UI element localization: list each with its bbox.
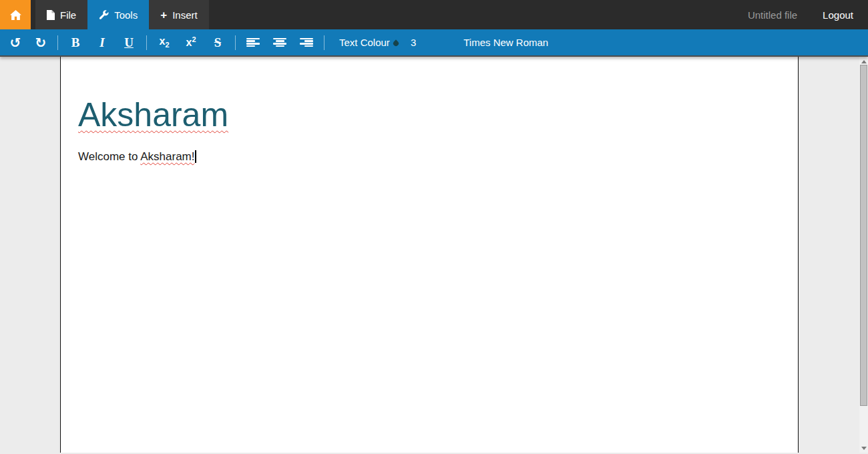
toolbar-divider [235,35,236,50]
scroll-up-icon [861,60,867,63]
text-cursor [195,150,196,163]
tab-insert[interactable]: + Insert [149,0,208,29]
undo-icon[interactable]: ↺ [3,29,28,55]
logout-button[interactable]: Logout [823,9,853,21]
formatting-toolbar: ↺ ↻ B I U x2 x2 S Text Colour 3 Times Ne… [0,29,868,57]
document-body-line[interactable]: Welcome to Aksharam! [78,150,778,164]
align-left-button[interactable] [240,29,266,55]
bold-button[interactable]: B [62,29,89,55]
align-right-icon [300,38,313,47]
colour-droplet-icon [392,39,399,47]
toolbar-divider [324,35,324,50]
home-button[interactable] [0,0,31,29]
align-left-icon [246,38,260,47]
plus-icon: + [160,9,167,21]
italic-button[interactable]: I [89,29,116,55]
tab-tools-label: Tools [114,9,138,21]
tab-file-label: File [60,9,76,21]
document-page[interactable]: Aksharam Welcome to Aksharam! [60,57,799,453]
body-text: Welcome to [78,150,140,163]
tab-file[interactable]: File [35,0,87,29]
file-icon [47,10,55,20]
superscript-glyph: x2 [186,36,196,48]
scroll-down-icon [861,447,867,450]
tab-tools[interactable]: Tools [87,0,149,29]
subscript-glyph: x2 [159,36,169,49]
file-name-label: Untitled file [748,9,797,21]
font-family-selector[interactable]: Times New Roman [463,37,548,48]
align-center-button[interactable] [266,29,293,55]
document-heading[interactable]: Aksharam [78,95,778,134]
text-colour-label: Text Colour [339,37,390,48]
text-colour-button[interactable]: Text Colour [339,37,399,48]
home-icon [10,10,21,20]
toolbar-divider [57,35,58,50]
vertical-scrollbar[interactable] [859,57,868,453]
align-right-button[interactable] [293,29,320,55]
underline-button[interactable]: U [116,29,142,55]
editor-content-area: Aksharam Welcome to Aksharam! [0,57,868,453]
topbar-right: Untitled file Logout [748,0,868,29]
wrench-icon [99,10,109,20]
superscript-button[interactable]: x2 [178,29,204,55]
subscript-button[interactable]: x2 [151,29,178,55]
font-size-selector[interactable]: 3 [411,37,416,48]
scrollbar-thumb[interactable] [860,65,867,406]
toolbar-divider [146,35,147,50]
strikethrough-button[interactable]: S [204,29,231,55]
redo-icon[interactable]: ↻ [28,29,53,55]
top-bar: File Tools + Insert Untitled file Logout [0,0,868,29]
scroll-down-button[interactable] [859,443,868,453]
tab-insert-label: Insert [172,9,198,21]
misspelled-word: Aksharam! [140,150,194,163]
align-center-icon [273,38,286,47]
